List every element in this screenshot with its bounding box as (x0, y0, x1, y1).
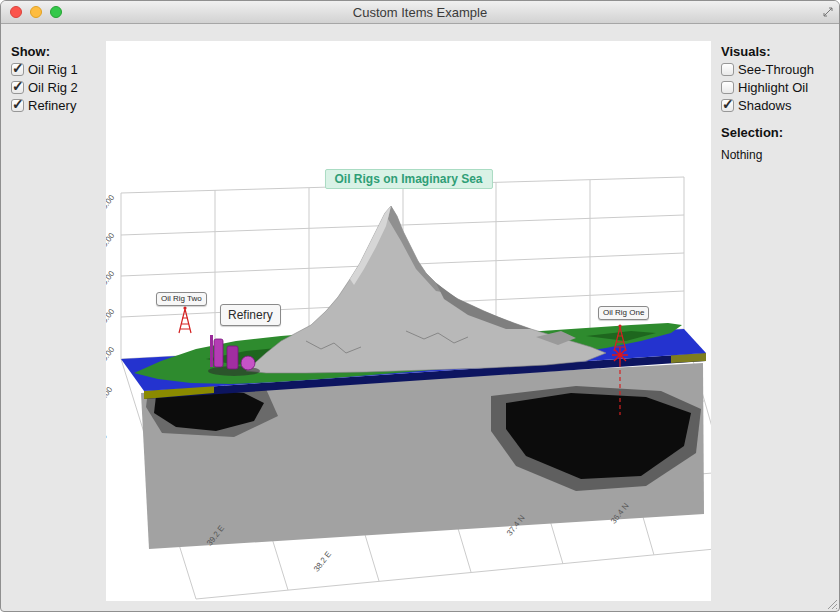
refinery-tank[interactable] (227, 346, 238, 369)
zoom-button[interactable] (50, 6, 62, 18)
checkbox-label: Highlight Oil (738, 80, 808, 95)
checkbox-highlight-oil[interactable]: Highlight Oil (721, 80, 837, 95)
close-button[interactable] (10, 6, 22, 18)
minimize-button[interactable] (30, 6, 42, 18)
titlebar[interactable]: Custom Items Example (1, 1, 839, 24)
app-window: Custom Items Example Show: Oil Rig 1 Oil… (0, 0, 840, 612)
surface-plot-view[interactable]: Oil Rigs on Imaginary Sea Oil Rig Two Re… (106, 41, 711, 601)
selection-value: Nothing (721, 148, 837, 162)
oil-rig-two-label[interactable]: Oil Rig Two (156, 292, 207, 306)
checkbox-label: Oil Rig 2 (28, 80, 78, 95)
checkbox-box[interactable] (11, 81, 24, 94)
checkbox-oil-rig-2[interactable]: Oil Rig 2 (11, 80, 105, 95)
checkbox-refinery[interactable]: Refinery (11, 98, 105, 113)
refinery-tank[interactable] (214, 339, 223, 367)
oil-rig-one-label[interactable]: Oil Rig One (598, 306, 649, 320)
checkbox-label: Oil Rig 1 (28, 62, 78, 77)
window-controls (10, 6, 62, 18)
refinery-label[interactable]: Refinery (220, 304, 281, 326)
checkbox-label: Shadows (738, 98, 791, 113)
selection-heading: Selection: (721, 125, 837, 140)
refinery-sphere[interactable] (241, 356, 255, 370)
show-heading: Show: (11, 44, 105, 59)
checkbox-shadows[interactable]: Shadows (721, 98, 837, 113)
plot-title: Oil Rigs on Imaginary Sea (324, 169, 492, 189)
oil-rig-two-marker[interactable] (179, 306, 191, 333)
checkbox-see-through[interactable]: See-Through (721, 62, 837, 77)
checkbox-oil-rig-1[interactable]: Oil Rig 1 (11, 62, 105, 77)
mountain[interactable] (246, 206, 606, 373)
checkbox-box[interactable] (11, 99, 24, 112)
window-content: Show: Oil Rig 1 Oil Rig 2 Refinery Visua… (1, 24, 839, 611)
resize-grip-icon[interactable] (825, 597, 838, 610)
visuals-heading: Visuals: (721, 44, 837, 59)
checkbox-box[interactable] (721, 81, 734, 94)
window-title: Custom Items Example (353, 5, 487, 20)
checkbox-label: See-Through (738, 62, 814, 77)
visuals-panel: Visuals: See-Through Highlight Oil Shado… (721, 44, 837, 162)
star-marker[interactable] (612, 347, 628, 363)
checkbox-box[interactable] (721, 63, 734, 76)
checkbox-box[interactable] (721, 99, 734, 112)
show-panel: Show: Oil Rig 1 Oil Rig 2 Refinery (11, 44, 105, 116)
fullscreen-icon[interactable] (823, 7, 833, 17)
checkbox-box[interactable] (11, 63, 24, 76)
refinery-pipe (210, 335, 213, 367)
checkbox-label: Refinery (28, 98, 76, 113)
